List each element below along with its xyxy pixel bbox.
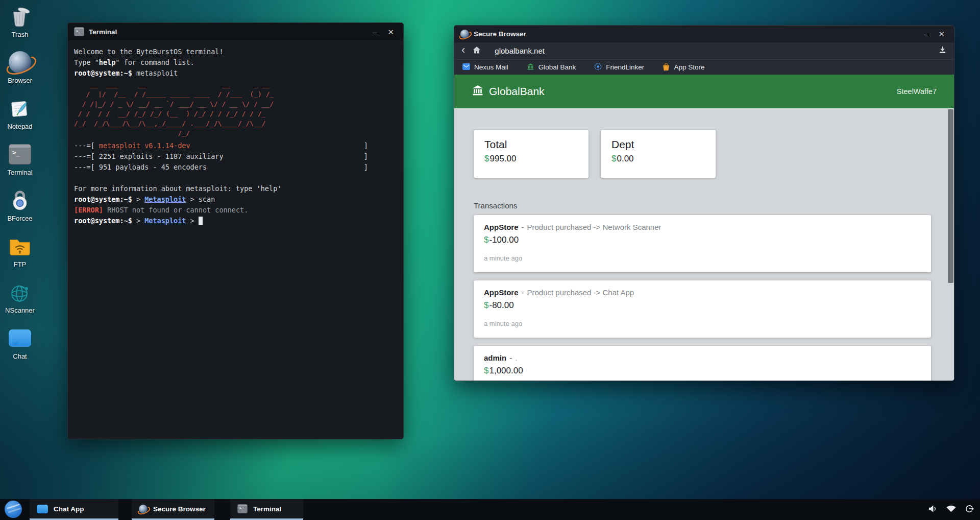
desktop-icon-chat[interactable]: Chat <box>1 326 39 360</box>
wifi-icon[interactable] <box>946 505 957 514</box>
terminal-prompt-line[interactable]: root@system:~$ > Metasploit > <box>74 216 397 226</box>
trash-icon <box>8 4 32 29</box>
terminal-line-info: For more information about metasploit: t… <box>74 183 397 194</box>
transaction-row[interactable]: admin-. $1,000.00 a minute ago <box>474 346 931 381</box>
scrollbar-thumb[interactable] <box>948 109 953 283</box>
terminal-line-help: Type "help" for command list. <box>74 57 397 68</box>
transaction-row[interactable]: AppStore-Product purchased -> Chat App $… <box>474 280 931 338</box>
desktop-icon-label: Browser <box>1 77 39 84</box>
currency-symbol: $ <box>484 235 488 245</box>
home-button[interactable] <box>472 45 481 57</box>
desktop: Trash Browser Notepad >_ Terminal BForce… <box>0 0 980 520</box>
desktop-icon-label: NScanner <box>1 306 39 314</box>
desktop-icon-nscanner[interactable]: NScanner <box>1 280 39 314</box>
shopping-bag-icon <box>663 63 670 72</box>
browser-window-title: Secure Browser <box>474 30 916 38</box>
terminal-window-title: Terminal <box>89 28 365 36</box>
terminal-icon: >_ <box>74 27 84 36</box>
start-button[interactable] <box>5 501 22 518</box>
desktop-icon-notepad[interactable]: Notepad <box>1 96 39 130</box>
desktop-icon-browser[interactable]: Browser <box>1 50 39 84</box>
system-tray <box>928 499 974 520</box>
bank-brand: GlobalBank <box>472 84 897 99</box>
bookmark-nexus-mail[interactable]: Nexus Mail <box>462 63 508 72</box>
taskbar-item-chat-app[interactable]: Chat App <box>30 499 118 520</box>
browser-window: Secure Browser – ✕ ‹ globalbank.net Nexu… <box>454 25 954 381</box>
terminal-titlebar[interactable]: >_ Terminal – ✕ <box>68 23 403 40</box>
metasploit-ascii-banner: __ ___ __ __ _ __ / |/ /__ / /_____ ____… <box>74 80 397 138</box>
transaction-amount: 1,000.00 <box>489 366 523 375</box>
metasploit-module-link[interactable]: Metasploit <box>144 217 186 225</box>
power-icon[interactable] <box>965 504 974 515</box>
browser-nav-bar: ‹ globalbank.net <box>454 42 954 59</box>
minimize-button[interactable]: – <box>370 27 380 37</box>
desktop-icon-label: BForcee <box>1 215 39 222</box>
bank-icon <box>527 63 534 72</box>
address-bar[interactable]: globalbank.net <box>495 46 931 55</box>
terminal-window: >_ Terminal – ✕ Welcome to the ByteBurst… <box>67 22 404 439</box>
bank-content: Total $995.00 Dept $0.00 Transactions Ap… <box>454 108 954 381</box>
bookmark-friendlinker[interactable]: FriendLinker <box>594 63 644 72</box>
terminal-line-scan: root@system:~$ > Metasploit > scan <box>74 194 397 205</box>
transaction-time: a minute ago <box>484 320 921 327</box>
desktop-icon-label: Trash <box>1 31 39 38</box>
network-scan-icon <box>8 280 32 304</box>
bank-page: GlobalBank SteelWaffe7 Total $995.00 Dep… <box>454 75 954 381</box>
terminal-line-command: root@system:~$ metasploit <box>74 68 397 79</box>
bank-brand-name: GlobalBank <box>489 85 545 98</box>
total-balance-card: Total $995.00 <box>474 130 589 178</box>
desktop-icon-bforcee[interactable]: BForcee <box>1 188 39 222</box>
metasploit-module-link[interactable]: Metasploit <box>144 195 186 203</box>
taskbar: Chat App Secure Browser >_ Terminal <box>0 499 980 520</box>
bookmark-app-store[interactable]: App Store <box>663 63 704 72</box>
volume-icon[interactable] <box>928 505 938 515</box>
taskbar-item-secure-browser[interactable]: Secure Browser <box>132 499 214 520</box>
terminal-output[interactable]: Welcome to the ByteBurstOS terminal! Typ… <box>68 40 403 232</box>
bookmark-global-bank[interactable]: Global Bank <box>527 63 576 72</box>
transaction-time: a minute ago <box>484 254 921 262</box>
desktop-icon-terminal[interactable]: >_ Terminal <box>1 142 39 176</box>
minimize-button[interactable]: – <box>920 29 930 39</box>
desktop-icon-trash[interactable]: Trash <box>1 4 39 38</box>
terminal-line-error: [ERROR] RHOST not found or cannot connec… <box>74 205 397 216</box>
transaction-row[interactable]: AppStore-Product purchased -> Network Sc… <box>474 215 931 272</box>
target-circle-icon <box>594 63 602 72</box>
terminal-icon: >_ <box>237 504 248 513</box>
bank-icon <box>472 84 484 99</box>
banner-version-line: ---=[ metasploit v6.1.14-dev] <box>74 140 368 151</box>
text-cursor <box>199 217 203 225</box>
desktop-icon-ftp[interactable]: FTP <box>1 234 39 268</box>
desktop-icon-label: Notepad <box>1 123 39 130</box>
taskbar-item-terminal[interactable]: >_ Terminal <box>230 499 303 520</box>
chat-bubble-icon <box>8 326 32 350</box>
browser-titlebar[interactable]: Secure Browser – ✕ <box>454 26 954 42</box>
close-button[interactable]: ✕ <box>935 29 948 39</box>
dept-balance-card: Dept $0.00 <box>601 130 716 178</box>
terminal-line-welcome: Welcome to the ByteBurstOS terminal! <box>74 46 397 57</box>
close-button[interactable]: ✕ <box>384 27 397 37</box>
desktop-icon-label: Terminal <box>1 169 39 176</box>
balance-cards: Total $995.00 Dept $0.00 <box>474 130 927 178</box>
bank-header: GlobalBank SteelWaffe7 <box>454 75 954 108</box>
currency-symbol: $ <box>484 154 489 163</box>
browser-globe-icon <box>460 30 469 38</box>
browser-globe-icon <box>8 50 32 75</box>
transactions-heading: Transactions <box>474 201 927 210</box>
currency-symbol: $ <box>484 300 488 310</box>
transaction-amount: -80.00 <box>489 300 513 310</box>
notepad-icon <box>8 96 32 121</box>
total-amount: 995.00 <box>489 154 516 163</box>
back-button[interactable]: ‹ <box>461 44 465 56</box>
banner-exploits-line: ---=[ 2251 exploits - 1187 auxiliary] <box>74 151 368 162</box>
transactions-list: AppStore-Product purchased -> Network Sc… <box>474 215 931 381</box>
dept-amount: 0.00 <box>617 154 633 163</box>
logged-in-username[interactable]: SteelWaffe7 <box>897 87 937 96</box>
padlock-icon <box>8 188 32 212</box>
page-scrollbar[interactable] <box>947 108 954 381</box>
chat-bubble-icon <box>37 505 48 513</box>
desktop-icon-label: Chat <box>1 352 39 360</box>
browser-globe-icon <box>139 505 148 513</box>
currency-symbol: $ <box>611 154 616 163</box>
download-icon[interactable] <box>938 45 947 56</box>
banner-payloads-line: ---=[ 951 payloads - 45 encoders] <box>74 162 368 173</box>
